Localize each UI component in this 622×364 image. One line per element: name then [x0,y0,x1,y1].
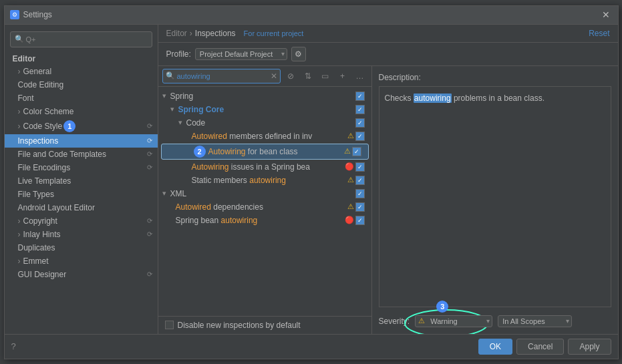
description-panel: Description: Checks autowiring problems … [372,66,618,334]
severity-row: Severity: 3 ⚠ Warning Error [379,315,611,327]
search-box[interactable]: 🔍 ✕ [162,69,281,83]
tree-row-icons [355,118,367,128]
severity-select-wrap: ⚠ Warning Error Info Weak Warning [415,315,492,327]
tree-checkbox[interactable] [355,118,365,128]
expand-all-button[interactable]: ⇅ [301,69,315,83]
sidebar-item-label: Font [18,94,34,103]
tree-item-autowired-deps[interactable]: Autowired dependencies ⚠ [158,200,371,214]
sidebar-item-file-code-templates[interactable]: File and Code Templates ⟳ [5,148,158,161]
sidebar-item-label: Color Scheme [23,107,74,116]
for-current-project-link[interactable]: For current project [244,29,304,37]
tree-item-autowiring-bean[interactable]: 2 Autowiring for bean class ⚠ [161,144,369,160]
help-button[interactable]: ? [11,341,16,351]
tree-checkbox[interactable] [355,92,365,101]
sidebar-item-duplicates[interactable]: Duplicates [5,241,158,254]
tree-item-autowired-members[interactable]: Autowired members defined in inv ⚠ [158,130,371,143]
sidebar-item-label: Emmet [23,256,49,266]
bottom-bar: Disable new inspections by default [158,316,371,334]
collapse-button[interactable]: ▭ [318,69,333,83]
sidebar-search-box[interactable]: 🔍 Q+ [10,31,152,47]
gear-button[interactable]: ⚙ [291,47,306,61]
tree-checkbox[interactable] [352,147,361,156]
tree-checkbox[interactable] [355,132,365,141]
tree-checkbox[interactable] [355,105,365,114]
tree-area: ▾ Spring ▾ Spring Core [158,87,371,316]
sidebar-item-label: Duplicates [18,243,55,252]
tree-item-spring-core[interactable]: ▾ Spring Core [158,103,371,116]
description-body: Checks autowiring problems in a bean cla… [379,86,611,307]
sidebar-item-label: Inlay Hints [23,230,61,239]
filter-button[interactable]: ⊘ [283,69,298,83]
ok-button[interactable]: OK [478,339,512,355]
sidebar: 🔍 Q+ Editor General Code Editing Font Co… [5,25,158,334]
sidebar-item-copyright[interactable]: Copyright ⟳ [5,214,158,228]
sidebar-item-live-templates[interactable]: Live Templates [5,174,158,188]
tree-item-spring[interactable]: ▾ Spring [158,89,371,103]
sync-icon-copy: ⟳ [147,217,152,224]
sidebar-item-file-encodings[interactable]: File Encodings ⟳ [5,161,158,174]
badge-2: 2 [194,146,206,158]
tree-checkbox[interactable] [355,202,365,212]
sidebar-item-label: General [23,67,52,76]
tree-row-icons: 🔴 [345,216,367,225]
sidebar-item-file-types[interactable]: File Types [5,188,158,201]
tree-checkbox[interactable] [355,189,365,198]
tree-item-spring-bean-autowiring[interactable]: Spring bean autowiring 🔴 [158,214,371,227]
arrow-icon: ▾ [178,118,186,127]
main-content: Editor › Inspections For current project… [158,25,618,334]
sidebar-item-inspections[interactable]: Inspections ⟳ [5,134,158,148]
sidebar-item-font[interactable]: Font [5,92,158,105]
sidebar-item-android-layout[interactable]: Android Layout Editor [5,201,158,214]
title-bar: ⚙ Settings ✕ [5,6,618,25]
more-button[interactable]: … [353,69,367,83]
tree-checkbox[interactable] [355,216,365,225]
sync-icon-fe: ⟳ [147,164,152,171]
profile-label: Profile: [166,49,191,59]
close-button[interactable]: ✕ [599,8,613,21]
sidebar-item-code-editing[interactable]: Code Editing [5,78,158,92]
scope-select[interactable]: In All Scopes In Tests Only Everywhere E… [498,315,572,327]
tree-item-xml[interactable]: ▾ XML [158,187,371,200]
sync-icon-ih: ⟳ [147,230,152,238]
sidebar-item-label: File Encodings [18,163,71,172]
sidebar-item-label: File Types [18,190,54,199]
breadcrumb-sep: › [190,29,192,38]
tree-label: Autowiring issues in a Spring bea [192,162,342,172]
apply-button[interactable]: Apply [568,339,611,355]
arrow-icon: ▾ [170,105,178,114]
profile-select[interactable]: Project Default Project Default [195,48,287,60]
sidebar-item-emmet[interactable]: Emmet [5,254,158,268]
tree-label: Spring bean autowiring [176,216,342,225]
sidebar-item-general[interactable]: General [5,65,158,78]
search-clear-icon[interactable]: ✕ [271,71,277,81]
severity-select[interactable]: Warning Error Info Weak Warning [415,315,492,327]
reset-button[interactable]: Reset [589,29,609,38]
disable-checkbox[interactable] [165,321,174,329]
search-input[interactable] [177,72,271,80]
sidebar-item-label: GUI Designer [18,270,67,279]
dialog-title: Settings [23,10,52,19]
cancel-button[interactable]: Cancel [516,339,564,355]
tree-item-code[interactable]: ▾ Code [158,116,371,130]
tree-label: Spring [170,92,353,101]
tree-item-static-members[interactable]: Static members autowiring ⚠ [158,174,371,187]
tree-row-icons: ⚠ [347,132,367,141]
tree-label: Static members autowiring [192,176,345,185]
add-button[interactable]: + [335,69,350,83]
sidebar-item-gui-designer[interactable]: GUI Designer ⟳ [5,268,158,281]
arrow-icon: ▾ [162,189,170,198]
sidebar-item-inlay-hints[interactable]: Inlay Hints ⟳ [5,228,158,241]
tree-checkbox[interactable] [355,176,365,185]
dialog-body: 🔍 Q+ Editor General Code Editing Font Co… [5,25,618,334]
warn-icon: ⚠ [344,147,351,156]
sidebar-item-label: Code Style [23,122,63,131]
sidebar-item-color-scheme[interactable]: Color Scheme [5,105,158,118]
sidebar-item-code-style[interactable]: Code Style 1 ⟳ [5,118,158,134]
err-icon: 🔴 [345,216,354,224]
sidebar-item-label: Live Templates [18,176,71,186]
search-icon: 🔍 [15,35,24,43]
tree-checkbox[interactable] [355,162,365,172]
err-icon: 🔴 [345,162,354,171]
tree-item-autowiring-issues[interactable]: Autowiring issues in a Spring bea 🔴 [158,160,371,174]
sync-icon-gui: ⟳ [147,270,152,278]
